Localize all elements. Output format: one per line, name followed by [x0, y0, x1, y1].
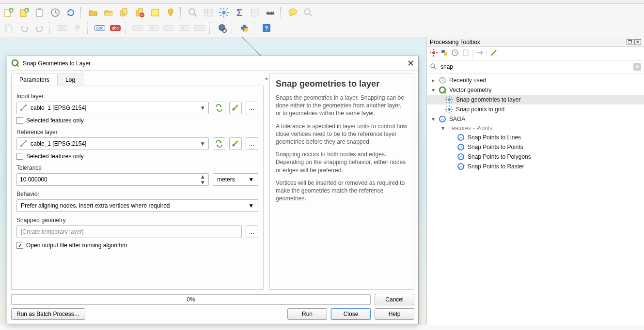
svg-point-76	[233, 108, 235, 111]
reference-layer-combo[interactable]: cable_1 [EPSG:2154] ▼	[16, 137, 209, 150]
python-small-icon[interactable]	[440, 49, 448, 58]
note-icon[interactable]	[148, 6, 162, 19]
svg-point-70	[458, 144, 464, 150]
iterate-icon[interactable]	[213, 102, 225, 114]
temporal-icon[interactable]	[48, 6, 62, 19]
run-batch-button[interactable]: Run as Batch Process…	[11, 308, 85, 320]
svg-rect-12	[152, 9, 158, 16]
attributes-icon[interactable]	[202, 6, 215, 19]
identify-icon[interactable]	[186, 6, 200, 19]
remove-style-icon[interactable]	[133, 6, 146, 19]
tab-log[interactable]: Log	[57, 74, 83, 86]
tolerance-unit-combo[interactable]: meters▼	[213, 173, 258, 186]
panel-close-icon[interactable]: ✕	[634, 39, 641, 45]
tree-sp-points[interactable]: Snap Points to Points	[427, 142, 644, 152]
results-icon[interactable]	[462, 49, 470, 58]
folder-open-icon[interactable]	[102, 6, 115, 19]
toolbar-row-1: Σ	[2, 5, 642, 20]
svg-rect-53	[445, 99, 447, 100]
panel-undock-icon[interactable]: ❐	[627, 39, 633, 45]
label-pin-icon[interactable]	[71, 21, 84, 35]
browse-icon[interactable]: …	[246, 137, 258, 150]
zoom-last-icon[interactable]	[301, 6, 315, 19]
new-layer-icon[interactable]	[2, 6, 16, 19]
input-selected-only-checkbox[interactable]: Selected features only	[16, 117, 258, 124]
tree-vector-geometry[interactable]: ▾ Vector geometry	[427, 85, 644, 95]
label-red-icon[interactable]: abc	[109, 21, 122, 35]
tree-features-points[interactable]: ▾ Features - Points	[427, 124, 644, 133]
clipboard-icon[interactable]	[33, 6, 47, 19]
svg-rect-38	[433, 49, 434, 50]
history-icon[interactable]	[451, 49, 459, 58]
tree-sp-raster[interactable]: Snap Points to Raster	[427, 162, 644, 171]
svg-rect-18	[219, 12, 221, 13]
label-g3-icon[interactable]: abc	[162, 21, 175, 35]
tree-saga[interactable]: ▾ SAGA	[427, 114, 644, 124]
tree-sp-lines[interactable]: Snap Points to Lines	[427, 133, 644, 142]
svg-point-59	[448, 108, 451, 111]
svg-rect-62	[445, 109, 447, 110]
label-g2-icon[interactable]: abc	[146, 21, 160, 35]
run-button[interactable]: Run	[287, 308, 327, 320]
close-button[interactable]: Close	[331, 308, 371, 320]
tab-parameters[interactable]: Parameters	[11, 74, 58, 86]
saga-icon	[439, 115, 446, 123]
copy-icon[interactable]	[2, 21, 16, 35]
svg-rect-14	[204, 9, 212, 16]
label-tolerance: Tolerance	[16, 165, 258, 171]
close-icon[interactable]: ✕	[407, 58, 414, 69]
edit-in-place-icon[interactable]	[476, 49, 484, 58]
globe-icon[interactable]	[215, 21, 229, 35]
svg-point-27	[304, 9, 310, 15]
behavior-combo[interactable]: Prefer aligning nodes, insert extra vert…	[16, 199, 258, 212]
tree-snap-to-grid[interactable]: Snap points to grid	[427, 105, 644, 114]
tips-icon[interactable]	[286, 6, 299, 19]
label-blue-icon[interactable]: abc	[93, 21, 107, 35]
label-g1-icon[interactable]: abc	[131, 21, 144, 35]
stats-icon[interactable]	[248, 6, 262, 19]
refresh-icon[interactable]	[64, 6, 78, 19]
ref-selected-only-checkbox[interactable]: Selected features only	[16, 153, 258, 160]
output-input[interactable]: [Create temporary layer]	[16, 225, 242, 238]
pin-icon[interactable]	[164, 6, 177, 19]
python-icon[interactable]	[237, 21, 251, 35]
redo-icon[interactable]	[33, 21, 47, 35]
label-g5-icon[interactable]: abc	[193, 21, 206, 35]
clear-search-icon[interactable]: ×	[633, 63, 641, 71]
input-layer-combo[interactable]: cable_1 [EPSG:2154] ▼	[16, 102, 209, 114]
tree-recently-used[interactable]: ▸ Recently used	[427, 75, 644, 85]
output-browse-icon[interactable]: …	[246, 225, 258, 238]
measure-icon[interactable]	[264, 6, 277, 19]
advanced-icon[interactable]	[229, 102, 242, 114]
help-button[interactable]: Help	[375, 308, 414, 320]
svg-rect-43	[444, 52, 447, 56]
copy-style-icon[interactable]	[117, 6, 131, 19]
label-icon[interactable]: abc	[55, 21, 69, 35]
search-input[interactable]	[440, 62, 630, 71]
svg-rect-22	[226, 8, 228, 10]
svg-rect-64	[446, 106, 447, 107]
tree-sp-polygons[interactable]: Snap Points to Polygons	[427, 152, 644, 162]
label-g4-icon[interactable]: abc	[177, 21, 191, 35]
sigma-icon[interactable]: Σ	[233, 6, 246, 19]
new-geopackage-icon[interactable]	[17, 6, 31, 19]
help-icon[interactable]: ?	[260, 21, 273, 35]
svg-text:?: ?	[265, 25, 268, 32]
open-output-checkbox[interactable]: Open output file after running algorithm	[16, 242, 258, 249]
folder-icon[interactable]	[86, 6, 100, 19]
cancel-button[interactable]: Cancel	[375, 294, 414, 305]
tolerance-input[interactable]: 10.000000 ▲▼	[16, 173, 209, 186]
advanced-icon[interactable]	[229, 137, 242, 150]
options-icon[interactable]	[490, 49, 498, 58]
collapse-grip-icon[interactable]: ▸	[266, 75, 268, 82]
gear-red-icon[interactable]	[430, 49, 438, 58]
iterate-icon[interactable]	[213, 137, 225, 150]
svg-rect-16	[223, 8, 224, 10]
processing-toolbox-panel: Processing Toolbox ❐ ✕ × ▸ Recen	[426, 37, 644, 325]
svg-rect-4	[36, 9, 42, 16]
toolbox-gear-icon[interactable]	[217, 6, 231, 19]
browse-icon[interactable]: …	[246, 102, 258, 114]
undo-icon[interactable]	[17, 21, 31, 35]
tree-snap-to-layer[interactable]: Snap geometries to layer	[427, 95, 644, 105]
svg-point-13	[189, 9, 195, 15]
